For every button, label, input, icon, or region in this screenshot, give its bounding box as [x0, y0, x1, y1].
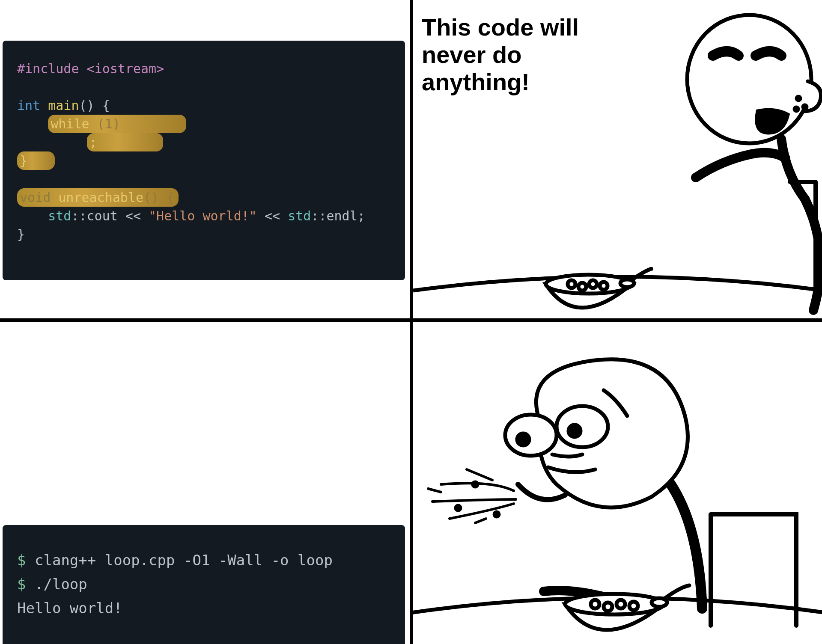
code-highlight-semicolon: ; — [87, 133, 164, 151]
terminal-output: Hello world! — [17, 599, 122, 617]
code-main-func: main — [48, 98, 79, 113]
panel-cereal-guy-spit-take — [411, 320, 822, 644]
panel-source-code: #include <iostream> int main() { while (… — [0, 0, 411, 320]
svg-point-12 — [517, 433, 529, 445]
svg-point-11 — [557, 406, 608, 447]
code-int-type: int — [17, 98, 40, 113]
code-highlight-while: while (1) — [48, 115, 186, 133]
code-highlight-unreachable-sig: void unreachable() { — [17, 188, 179, 207]
svg-point-7 — [589, 280, 597, 288]
code-include-directive: #include — [17, 61, 79, 76]
svg-point-14 — [456, 506, 460, 510]
svg-point-8 — [600, 282, 608, 290]
svg-point-16 — [494, 512, 499, 516]
prompt-symbol-2: $ — [17, 576, 26, 593]
cereal-guy-spit — [411, 356, 822, 644]
code-closing-brace: } — [17, 227, 25, 242]
svg-point-6 — [578, 283, 586, 291]
svg-point-15 — [473, 482, 477, 487]
terminal-compile-cmd: clang++ loop.cpp -O1 -Wall -o loop — [35, 552, 333, 569]
svg-point-17 — [565, 594, 664, 614]
panel-terminal: $ clang++ loop.cpp -O1 -Wall -o loop $ .… — [0, 320, 411, 644]
svg-point-13 — [569, 425, 581, 437]
svg-point-5 — [568, 280, 575, 288]
svg-point-18 — [591, 600, 599, 608]
svg-point-21 — [629, 602, 638, 610]
table-and-bowl-top — [413, 267, 822, 318]
code-highlight-brace: } — [17, 151, 55, 170]
svg-point-19 — [604, 602, 612, 611]
svg-point-9 — [620, 279, 634, 287]
prompt-symbol-1: $ — [17, 552, 26, 569]
svg-point-0 — [687, 15, 811, 143]
svg-point-2 — [803, 105, 807, 109]
svg-point-3 — [795, 107, 798, 111]
meme-caption: This code will never do anything! — [422, 14, 623, 96]
code-std-ns-1: std — [48, 208, 71, 223]
svg-point-10 — [505, 415, 557, 456]
svg-point-22 — [652, 598, 667, 607]
terminal-run-cmd: ./loop — [35, 576, 87, 593]
code-string-literal: "Hello world!" — [149, 208, 257, 223]
code-main-parens: () { — [79, 98, 110, 113]
code-include-header: <iostream> — [87, 61, 164, 76]
svg-point-20 — [616, 600, 625, 608]
svg-point-1 — [797, 97, 800, 100]
code-block: #include <iostream> int main() { while (… — [3, 41, 405, 280]
panel-cereal-guy-confident: This code will never do anything! — [411, 0, 822, 320]
terminal-block: $ clang++ loop.cpp -O1 -Wall -o loop $ .… — [3, 525, 405, 644]
